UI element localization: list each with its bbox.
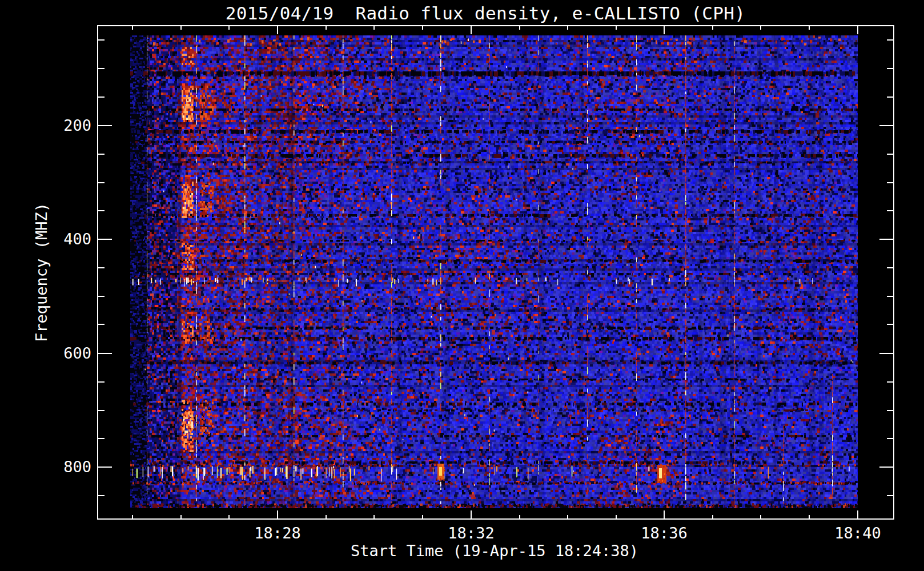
x-minor-tick	[712, 25, 713, 30]
y-minor-tick	[887, 324, 894, 325]
spectrogram-window: 2015/04/19 Radio flux density, e-CALLIST…	[0, 0, 924, 571]
y-minor-tick	[887, 410, 894, 411]
x-minor-tick	[760, 515, 761, 520]
y-minor-tick	[887, 182, 894, 183]
y-major-tick	[97, 467, 112, 468]
x-minor-tick	[809, 25, 810, 30]
x-minor-tick	[326, 25, 327, 30]
x-minor-tick	[422, 515, 423, 520]
plot-frame	[97, 25, 894, 520]
y-minor-tick	[887, 96, 894, 98]
y-minor-tick	[887, 438, 894, 439]
y-minor-tick	[97, 381, 105, 383]
y-minor-tick	[97, 438, 105, 439]
x-minor-tick	[180, 515, 182, 520]
y-major-tick	[97, 239, 112, 240]
x-major-tick	[664, 25, 665, 34]
y-major-tick	[879, 125, 894, 126]
x-tick-label: 18:40	[834, 524, 881, 542]
y-minor-tick	[97, 68, 105, 69]
y-axis-label: Frequency (MHZ)	[33, 203, 50, 342]
y-minor-tick	[97, 96, 105, 98]
x-minor-tick	[567, 25, 568, 30]
y-minor-tick	[887, 210, 894, 211]
x-minor-tick	[422, 25, 423, 30]
y-major-tick	[97, 125, 112, 126]
y-major-tick	[879, 239, 894, 240]
plot-title: 2015/04/19 Radio flux density, e-CALLIST…	[226, 3, 745, 23]
y-tick-label: 600	[34, 345, 91, 361]
y-tick-label: 400	[34, 231, 91, 247]
x-minor-tick	[712, 515, 713, 520]
x-minor-tick	[373, 515, 375, 520]
y-minor-tick	[887, 495, 894, 496]
x-major-tick	[471, 25, 472, 34]
y-minor-tick	[97, 210, 105, 211]
y-minor-tick	[97, 296, 105, 297]
x-minor-tick	[519, 25, 520, 30]
x-major-tick	[857, 25, 858, 34]
x-tick-label: 18:32	[448, 524, 494, 542]
y-minor-tick	[887, 154, 894, 155]
x-minor-tick	[373, 25, 375, 30]
y-minor-tick	[97, 267, 105, 268]
y-major-tick	[879, 353, 894, 354]
y-minor-tick	[97, 39, 105, 41]
x-minor-tick	[760, 25, 761, 30]
y-minor-tick	[887, 296, 894, 297]
x-minor-tick	[567, 515, 568, 520]
x-minor-tick	[132, 25, 133, 30]
x-minor-tick	[180, 25, 182, 30]
x-minor-tick	[326, 515, 327, 520]
y-minor-tick	[887, 381, 894, 383]
y-major-tick	[97, 353, 112, 354]
y-minor-tick	[97, 410, 105, 411]
x-minor-tick	[132, 515, 133, 520]
x-major-tick	[664, 510, 665, 520]
y-tick-label: 200	[34, 118, 91, 134]
y-minor-tick	[887, 267, 894, 268]
x-major-tick	[277, 25, 278, 34]
x-minor-tick	[228, 25, 230, 30]
x-minor-tick	[616, 25, 617, 30]
x-tick-label: 18:28	[254, 524, 300, 542]
x-major-tick	[471, 510, 472, 520]
x-major-tick	[857, 510, 858, 520]
x-minor-tick	[228, 515, 230, 520]
x-major-tick	[277, 510, 278, 520]
y-minor-tick	[887, 39, 894, 41]
y-minor-tick	[97, 154, 105, 155]
x-tick-label: 18:36	[641, 524, 687, 542]
x-minor-tick	[519, 515, 520, 520]
y-tick-label: 800	[34, 459, 91, 475]
x-minor-tick	[809, 515, 810, 520]
y-minor-tick	[97, 495, 105, 496]
x-minor-tick	[616, 515, 617, 520]
x-axis-label: Start Time (19-Apr-15 18:24:38)	[351, 542, 638, 560]
y-minor-tick	[887, 68, 894, 69]
y-major-tick	[879, 467, 894, 468]
y-minor-tick	[97, 324, 105, 325]
y-minor-tick	[97, 182, 105, 183]
